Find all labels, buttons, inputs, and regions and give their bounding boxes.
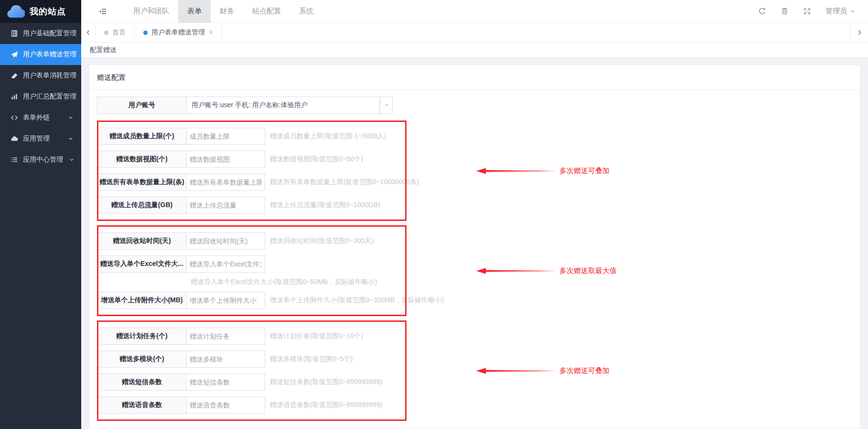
sidebar-item-label: 用户表单赠送管理 bbox=[23, 50, 76, 59]
gift-group-stackable-1: 赠送成员数量上限(个) 赠送成员数量上限(取值范围-1~5000人) 赠送数据视… bbox=[97, 121, 407, 221]
form-row-scheduled-tasks: 赠送计划任务(个) 赠送计划任务(取值范围0~10个) bbox=[97, 328, 407, 345]
refresh-icon[interactable] bbox=[758, 7, 766, 15]
field-hint: 赠送成员数量上限(取值范围-1~5000人) bbox=[270, 128, 386, 145]
nav-users-teams[interactable]: 用户和团队 bbox=[124, 0, 178, 23]
field-hint: 赠送数据视图(取值范围0~50个) bbox=[270, 151, 363, 168]
card-title: 赠送配置 bbox=[89, 65, 860, 89]
tab-user-form-gift[interactable]: 用户表单赠送管理 × bbox=[135, 23, 222, 42]
field-label: 赠送短信条数 bbox=[97, 374, 187, 391]
form-row-excel-size: 赠送导入单个Excel文件大... 赠送导入单个Excel文件大小(取值范围0~… bbox=[97, 255, 407, 286]
content-area: 赠送配置 用户账号 用户账号:user 手机: 用户名称:体验用户 bbox=[81, 58, 868, 429]
nav-finance[interactable]: 财务 bbox=[211, 0, 243, 23]
list-icon bbox=[11, 156, 18, 164]
form-row-voice-count: 赠送语音条数 赠送语音条数(取值范围0~999999999) bbox=[97, 396, 407, 414]
annotation-stackable-2: 多次赠送可叠加 bbox=[476, 366, 610, 375]
sidebar-item-form-external-link[interactable]: 表单外链 bbox=[0, 107, 81, 128]
red-arrow-icon bbox=[476, 166, 555, 175]
trash-icon[interactable] bbox=[781, 7, 789, 15]
tabs-scroll-right-icon[interactable] bbox=[850, 23, 868, 42]
send-icon bbox=[11, 51, 18, 58]
gift-config-form: 用户账号 用户账号:user 手机: 用户名称:体验用户 赠送成员数量上限(个) bbox=[89, 90, 860, 421]
chevron-down-icon bbox=[67, 136, 75, 142]
tab-label: 首页 bbox=[112, 28, 126, 37]
nav-site-config[interactable]: 站点配置 bbox=[243, 0, 290, 23]
form-data-limit-input[interactable] bbox=[187, 174, 265, 191]
field-label: 用户账号 bbox=[97, 97, 187, 114]
fullscreen-icon[interactable] bbox=[803, 7, 811, 15]
breadcrumb: 配置赠送 bbox=[81, 43, 868, 58]
field-hint: 赠送语音条数(取值范围0~999999999) bbox=[270, 396, 382, 414]
sidebar-item-label: 用户汇总配置管理 bbox=[23, 92, 76, 101]
form-row-member-limit: 赠送成员数量上限(个) 赠送成员数量上限(取值范围-1~5000人) bbox=[97, 128, 407, 145]
link-icon bbox=[11, 114, 18, 121]
member-limit-input[interactable] bbox=[187, 128, 265, 145]
chevron-down-icon bbox=[850, 9, 856, 14]
field-hint: 赠送上传总流量(取值范围0~1000GB) bbox=[270, 197, 380, 214]
sms-count-input[interactable] bbox=[187, 374, 265, 391]
site-name: 我的站点 bbox=[30, 6, 66, 17]
sidebar-item-app-center-management[interactable]: 应用中心管理 bbox=[0, 149, 81, 170]
annotation-stackable-1: 多次赠送可叠加 bbox=[476, 166, 610, 176]
cloud-logo-icon bbox=[7, 5, 25, 18]
breadcrumb-current: 配置赠送 bbox=[90, 46, 117, 55]
red-arrow-icon bbox=[476, 266, 555, 275]
field-label: 赠送语音条数 bbox=[97, 396, 187, 414]
multi-modules-input[interactable] bbox=[187, 351, 265, 368]
nav-forms[interactable]: 表单 bbox=[178, 0, 211, 23]
admin-user-menu[interactable]: 管理员 bbox=[825, 7, 856, 16]
journal-icon bbox=[11, 30, 18, 37]
sidebar-item-user-summary-config[interactable]: 用户汇总配置管理 bbox=[0, 86, 81, 107]
upload-traffic-input[interactable] bbox=[187, 197, 265, 214]
user-account-value: 用户账号:user 手机: 用户名称:体验用户 bbox=[192, 101, 308, 110]
user-account-select[interactable]: 用户账号:user 手机: 用户名称:体验用户 bbox=[187, 97, 380, 114]
sidebar-item-user-form-gift[interactable]: 用户表单赠送管理 bbox=[0, 44, 81, 65]
annotation-text: 多次赠送取最大值 bbox=[559, 266, 617, 275]
field-hint: 赠送计划任务(取值范围0~10个) bbox=[270, 328, 363, 345]
close-icon[interactable]: × bbox=[209, 29, 213, 36]
form-row-data-views: 赠送数据视图(个) 赠送数据视图(取值范围0~50个) bbox=[97, 151, 407, 168]
field-hint: 赠送多模块(取值范围0~5个) bbox=[270, 351, 353, 368]
scheduled-tasks-input[interactable] bbox=[187, 328, 265, 345]
select-caret-button[interactable] bbox=[380, 97, 393, 114]
top-nav: 用户和团队 表单 财务 站点配置 系统 bbox=[124, 0, 322, 23]
field-label: 赠送回收站时间(天) bbox=[97, 232, 187, 250]
excel-size-input[interactable] bbox=[187, 255, 265, 273]
sidebar-item-user-form-consume[interactable]: 用户表单消耗管理 bbox=[0, 65, 81, 86]
red-arrow-icon bbox=[476, 366, 555, 375]
field-label: 赠送上传总流量(GB) bbox=[97, 197, 187, 214]
recycle-time-input[interactable] bbox=[187, 232, 265, 250]
field-hint: 赠送短信条数(取值范围0~999999999) bbox=[270, 374, 382, 391]
data-views-input[interactable] bbox=[187, 151, 265, 168]
cloud-icon bbox=[11, 135, 18, 143]
nav-system[interactable]: 系统 bbox=[290, 0, 322, 23]
tab-dot bbox=[104, 31, 108, 35]
field-label: 赠送导入单个Excel文件大... bbox=[97, 255, 187, 273]
voice-count-input[interactable] bbox=[187, 396, 265, 414]
gift-config-card: 赠送配置 用户账号 用户账号:user 手机: 用户名称:体验用户 bbox=[89, 65, 860, 429]
sidebar-item-app-management[interactable]: 应用管理 bbox=[0, 128, 81, 149]
tab-dot bbox=[143, 31, 148, 35]
field-label: 赠送计划任务(个) bbox=[97, 328, 187, 345]
field-label: 赠送所有表单数据量上限(条) bbox=[97, 174, 187, 191]
collapse-menu-icon[interactable] bbox=[98, 8, 107, 15]
chevron-down-icon bbox=[67, 115, 75, 121]
field-hint: 赠送导入单个Excel文件大小(取值范围0~50MB，实际操作略小) bbox=[191, 277, 407, 286]
form-row-sms-count: 赠送短信条数 赠送短信条数(取值范围0~999999999) bbox=[97, 374, 407, 391]
field-hint: 赠送所有表单数据量上限(取值范围0~10000000条) bbox=[270, 174, 419, 191]
attachment-size-input[interactable] bbox=[187, 292, 265, 309]
tabs-scroll-left-icon[interactable] bbox=[81, 23, 96, 42]
field-hint: 增送单个上传附件大小(取值范围0~300MB，实际操作略小) bbox=[270, 292, 444, 309]
field-label: 赠送多模块(个) bbox=[97, 351, 187, 368]
gift-group-stackable-2: 赠送计划任务(个) 赠送计划任务(取值范围0~10个) 赠送多模块(个) 赠送多… bbox=[97, 320, 407, 421]
form-row-attachment-size: 增送单个上传附件大小(MB) 增送单个上传附件大小(取值范围0~300MB，实际… bbox=[97, 292, 407, 309]
form-row-upload-traffic: 赠送上传总流量(GB) 赠送上传总流量(取值范围0~1000GB) bbox=[97, 197, 407, 214]
tab-bar: 首页 用户表单赠送管理 × bbox=[81, 23, 868, 43]
chevron-down-icon bbox=[68, 157, 75, 163]
sidebar-item-user-base-config[interactable]: 用户基础配置管理 bbox=[0, 23, 81, 44]
field-label: 赠送成员数量上限(个) bbox=[97, 128, 187, 145]
annotation-text: 多次赠送可叠加 bbox=[559, 366, 610, 375]
top-header: 我的站点 用户和团队 表单 财务 站点配置 系统 管理员 bbox=[0, 0, 868, 23]
field-hint: 赠送回收站时间(取值范围0~300天) bbox=[270, 232, 374, 250]
tab-home[interactable]: 首页 bbox=[96, 23, 135, 42]
tab-label: 用户表单赠送管理 bbox=[151, 28, 205, 37]
